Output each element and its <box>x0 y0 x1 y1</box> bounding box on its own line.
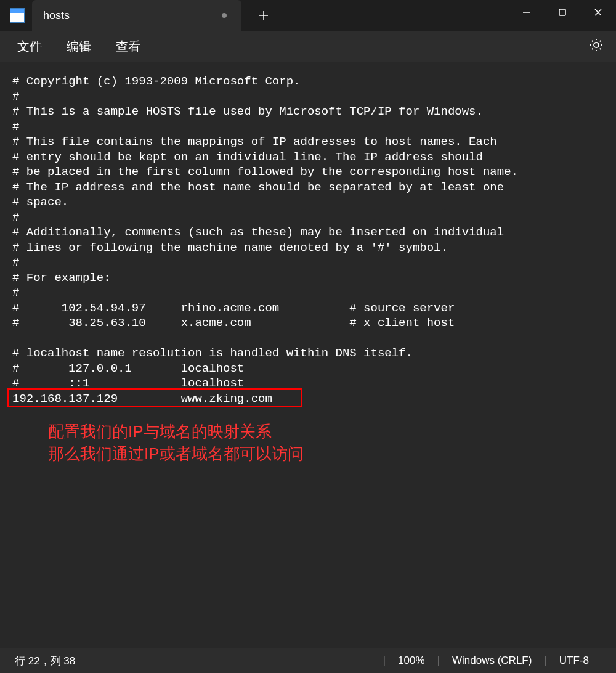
editor-area[interactable]: # Copyright (c) 1993-2009 Microsoft Corp… <box>0 62 616 648</box>
close-button[interactable] <box>580 0 616 25</box>
tab-hosts[interactable]: hosts <box>32 0 241 31</box>
editor-content: # Copyright (c) 1993-2009 Microsoft Corp… <box>12 75 518 406</box>
annotation-text: 配置我们的IP与域名的映射关系 那么我们通过IP或者域名都可以访问 <box>48 420 304 465</box>
close-icon <box>594 8 602 17</box>
menu-file[interactable]: 文件 <box>5 33 54 60</box>
plus-icon <box>259 10 269 20</box>
statusbar: 行 22，列 38 | 100% | Windows (CRLF) | UTF-… <box>0 648 616 673</box>
menu-view[interactable]: 查看 <box>103 33 153 60</box>
minimize-button[interactable] <box>509 0 545 25</box>
settings-button[interactable] <box>589 38 606 55</box>
tab-title: hosts <box>43 9 70 22</box>
encoding[interactable]: UTF-8 <box>547 655 601 667</box>
annotation-line-2: 那么我们通过IP或者域名都可以访问 <box>48 443 304 465</box>
gear-icon <box>589 38 604 52</box>
titlebar: hosts <box>0 0 616 31</box>
maximize-icon <box>558 8 567 17</box>
new-tab-button[interactable] <box>251 3 276 28</box>
zoom-level[interactable]: 100% <box>386 655 437 667</box>
menu-edit[interactable]: 编辑 <box>54 33 103 60</box>
window-controls <box>509 0 616 25</box>
cursor-position: 行 22，列 38 <box>15 654 87 668</box>
svg-rect-0 <box>559 9 565 15</box>
notepad-app-icon <box>10 8 25 23</box>
tab-modified-indicator <box>222 13 227 18</box>
annotation-line-1: 配置我们的IP与域名的映射关系 <box>48 420 304 443</box>
minimize-icon <box>522 8 531 17</box>
line-ending[interactable]: Windows (CRLF) <box>440 655 544 667</box>
maximize-button[interactable] <box>545 0 580 25</box>
menubar: 文件 编辑 查看 <box>0 31 616 62</box>
